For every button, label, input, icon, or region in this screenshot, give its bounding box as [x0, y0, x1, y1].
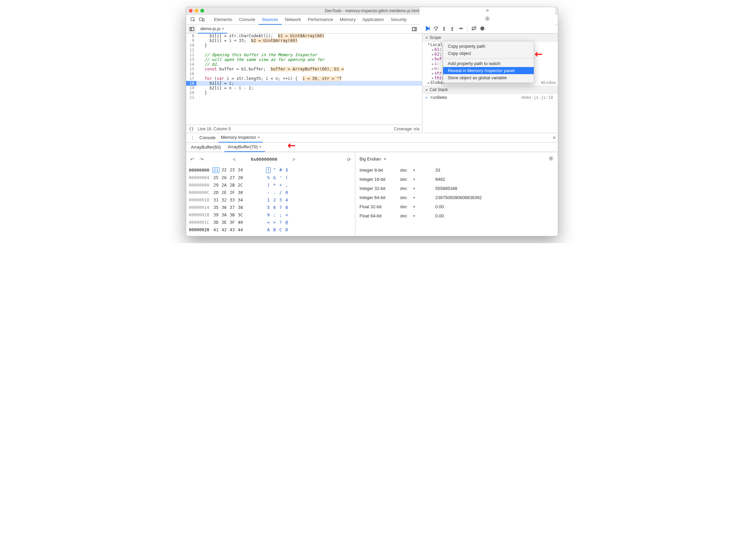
- drawer-tab-console[interactable]: Console: [197, 133, 218, 143]
- context-menu-item[interactable]: Reveal in Memory Inspector panel: [443, 67, 534, 74]
- callstack-section-header[interactable]: Call Stack: [422, 86, 558, 94]
- svg-rect-15: [483, 27, 483, 29]
- code-line[interactable]: 20 }: [186, 90, 422, 95]
- interpreter-row: Integer 8-bit dec 33: [359, 166, 554, 175]
- code-line[interactable]: 14 // b1.: [186, 62, 422, 67]
- context-menu-item[interactable]: Copy property path: [443, 43, 534, 50]
- endianness-select[interactable]: Big Endian: [359, 156, 386, 161]
- svg-point-12: [462, 28, 463, 29]
- toggle-debugger-icon[interactable]: [411, 25, 418, 33]
- close-drawer-icon[interactable]: ×: [553, 135, 556, 141]
- format-select[interactable]: dec: [400, 168, 431, 173]
- redo-icon[interactable]: ↷: [198, 157, 205, 162]
- file-tab-demo-js[interactable]: demo-js.js ×: [198, 25, 227, 34]
- format-select[interactable]: dec: [400, 195, 431, 200]
- debugger-toolbar: [422, 25, 558, 34]
- main-tabbar: ElementsConsoleSourcesNetworkPerformance…: [186, 15, 558, 25]
- coverage-status: Coverage: n/a: [394, 127, 419, 131]
- step-into-button[interactable]: [441, 26, 447, 32]
- sources-panel: demo-js.js × 8 b1[i] = str.charCodeAt(i)…: [186, 25, 422, 133]
- hex-row[interactable]: 00000018393A3B3C9:;<: [189, 211, 352, 218]
- code-line[interactable]: 18 b1[i] = i;: [186, 81, 422, 86]
- code-line[interactable]: 13 // will open the same view as for ope…: [186, 57, 422, 62]
- interpreter-settings-icon[interactable]: [548, 156, 554, 162]
- context-menu-item[interactable]: Store object as global variable: [443, 74, 534, 81]
- address-input[interactable]: [240, 156, 288, 163]
- buffer-tab[interactable]: ArrayBuffer(60): [188, 143, 224, 152]
- cursor-position: Line 18, Column 5: [198, 127, 231, 131]
- code-line[interactable]: 21: [186, 95, 422, 100]
- devtools-window: DevTools - memory-inspector.glitch.me/de…: [186, 7, 558, 236]
- buffer-tab[interactable]: ArrayBuffer(70)×: [224, 143, 265, 152]
- step-over-button[interactable]: [433, 26, 439, 32]
- format-select[interactable]: dec: [400, 204, 431, 209]
- hex-row[interactable]: 00000008292A2B2C)*+,: [189, 181, 352, 189]
- device-toolbar-icon[interactable]: [198, 16, 206, 24]
- hex-row[interactable]: 0000001C3D3E3F40=>?@: [189, 218, 352, 226]
- code-line[interactable]: 16: [186, 71, 422, 76]
- code-line[interactable]: 9 b2[i] = i + 33; b2 = Uint8Array(60): [186, 38, 422, 43]
- interpreter-row: Float 64-bit dec 0.00: [359, 211, 554, 220]
- debugger-panel: Scope Local b1: …b2: …buf: i: n: str: uf…: [422, 25, 558, 133]
- step-button[interactable]: [458, 26, 463, 32]
- deactivate-breakpoints-button[interactable]: [472, 26, 477, 32]
- code-line[interactable]: 8 b1[i] = str.charCodeAt(i); b1 = Uint8A…: [186, 34, 422, 38]
- tab-performance[interactable]: Performance: [304, 15, 336, 25]
- code-editor[interactable]: 8 b1[i] = str.charCodeAt(i); b1 = Uint8A…: [186, 34, 422, 125]
- code-line[interactable]: 17 for (var i = str.length; i < n; ++i) …: [186, 76, 422, 81]
- interpreter-row: Integer 64-bit dec 2387509390608836392: [359, 193, 554, 202]
- next-address-button[interactable]: >: [290, 157, 297, 162]
- memory-hex-view: ↶ ↷ < > ⟳ 0000000021222324!"#$0000000425…: [186, 152, 355, 236]
- code-line[interactable]: 15 const buffer = b1.buffer; buffer = Ar…: [186, 67, 422, 71]
- close-file-icon[interactable]: ×: [222, 26, 224, 31]
- hex-row[interactable]: 0000000C2D2E2F30-./0: [189, 189, 352, 196]
- step-out-button[interactable]: [450, 26, 455, 32]
- hex-row[interactable]: 0000000021222324!"#$: [189, 166, 352, 174]
- format-select[interactable]: dec: [400, 213, 431, 218]
- refresh-icon[interactable]: ⟳: [346, 157, 352, 162]
- show-navigator-icon[interactable]: [188, 25, 196, 33]
- close-tab-icon[interactable]: ×: [258, 135, 260, 140]
- undo-icon[interactable]: ↶: [189, 157, 196, 162]
- tab-memory[interactable]: Memory: [336, 15, 359, 25]
- hex-row[interactable]: 00000010313233341234: [189, 196, 352, 203]
- hex-row[interactable]: 00000014353637385678: [189, 203, 352, 211]
- format-select[interactable]: dec: [400, 177, 431, 182]
- callstack-frame[interactable]: ➔ runDemo demo-js.js:18: [425, 95, 555, 100]
- code-line[interactable]: 10 }: [186, 43, 422, 48]
- code-line[interactable]: 12 // Opening this buffer in the Memory …: [186, 52, 422, 57]
- interpreter-row: Integer 16-bit dec 8482: [359, 175, 554, 184]
- context-menu-item[interactable]: Copy object: [443, 50, 534, 57]
- file-tabbar: demo-js.js ×: [186, 25, 422, 34]
- drawer-tab-memory-inspector[interactable]: Memory Inspector×: [218, 133, 263, 143]
- interpreter-row: Integer 32-bit dec 555885348: [359, 184, 554, 193]
- code-line[interactable]: 11: [186, 48, 422, 52]
- tab-security[interactable]: Security: [387, 15, 410, 25]
- resume-button[interactable]: [425, 26, 431, 32]
- settings-icon[interactable]: [483, 15, 491, 23]
- svg-rect-7: [190, 27, 194, 31]
- code-line[interactable]: 19 b2[i] = n - i - 1;: [186, 86, 422, 90]
- svg-point-10: [444, 30, 445, 31]
- tab-console[interactable]: Console: [236, 15, 259, 25]
- buffer-tabbar: ArrayBuffer(60)ArrayBuffer(70)× ↙: [186, 143, 558, 152]
- context-menu-item[interactable]: Add property path to watch: [443, 60, 534, 67]
- prev-address-button[interactable]: <: [231, 157, 238, 162]
- tab-sources[interactable]: Sources: [259, 15, 282, 25]
- hex-row[interactable]: 0000002041424344ABCD: [189, 226, 352, 233]
- scope-section-header[interactable]: Scope: [422, 34, 558, 42]
- hex-row[interactable]: 0000000425262728%&'(: [189, 174, 352, 181]
- pause-on-exceptions-button[interactable]: [480, 26, 485, 32]
- more-tabs-button[interactable]: »: [486, 7, 489, 13]
- tab-elements[interactable]: Elements: [211, 15, 236, 25]
- drawer-tabbar: ⋮ ConsoleMemory Inspector× ×: [186, 133, 558, 143]
- drawer-kebab-icon[interactable]: ⋮: [188, 135, 197, 140]
- file-tab-label: demo-js.js: [200, 26, 220, 31]
- tab-network[interactable]: Network: [282, 15, 305, 25]
- inspect-element-icon[interactable]: [189, 16, 197, 24]
- svg-point-3: [487, 18, 488, 19]
- tab-application[interactable]: Application: [359, 15, 388, 25]
- close-tab-icon[interactable]: ×: [259, 144, 262, 149]
- format-select[interactable]: dec: [400, 186, 431, 191]
- pretty-print-icon[interactable]: {}: [189, 127, 194, 131]
